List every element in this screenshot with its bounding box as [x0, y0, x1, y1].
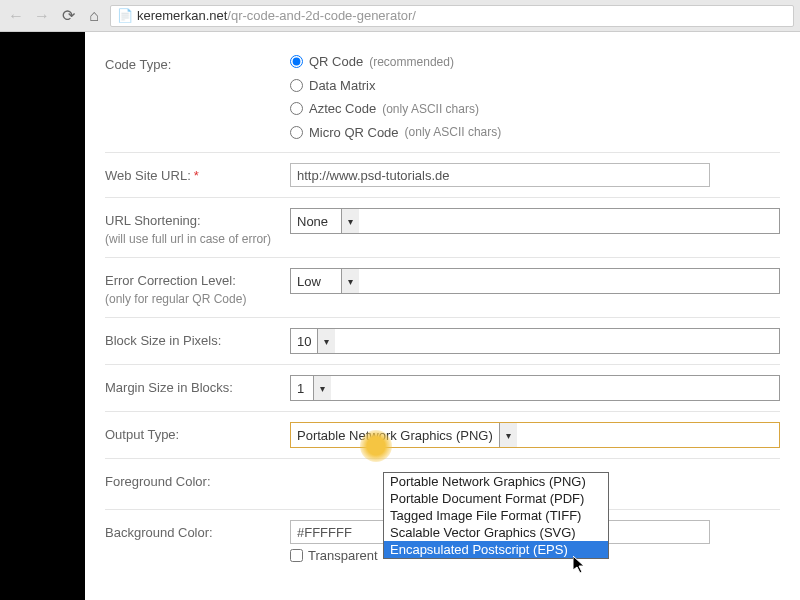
block-size-label: Block Size in Pixels:	[105, 328, 290, 350]
reload-button[interactable]: ⟳	[58, 6, 78, 26]
error-correction-label: Error Correction Level: (only for regula…	[105, 268, 290, 307]
url-path: /qr-code-and-2d-code-generator/	[227, 8, 416, 23]
dropdown-option[interactable]: Portable Document Format (PDF)	[384, 490, 608, 507]
chevron-down-icon: ▾	[341, 269, 359, 293]
home-button[interactable]: ⌂	[84, 6, 104, 26]
chevron-down-icon: ▾	[499, 423, 517, 447]
radio-micro-qr[interactable]: Micro QR Code (only ASCII chars)	[290, 123, 780, 143]
url-shortening-select[interactable]: None ▾	[290, 208, 780, 234]
margin-size-label: Margin Size in Blocks:	[105, 375, 290, 397]
radio-qr-code[interactable]: QR Code (recommended)	[290, 52, 780, 72]
margin-size-select[interactable]: 1 ▾	[290, 375, 780, 401]
error-correction-select[interactable]: Low ▾	[290, 268, 780, 294]
code-type-options: QR Code (recommended) Data Matrix Aztec …	[290, 52, 780, 142]
left-sidebar	[0, 32, 85, 600]
output-type-label: Output Type:	[105, 422, 290, 444]
chevron-down-icon: ▾	[341, 209, 359, 233]
browser-toolbar: ← → ⟳ ⌂ 📄 keremerkan.net/qr-code-and-2d-…	[0, 0, 800, 32]
web-url-label: Web Site URL:*	[105, 163, 290, 185]
url-shortening-label: URL Shortening: (will use full url in ca…	[105, 208, 290, 247]
chevron-down-icon: ▾	[317, 329, 335, 353]
output-type-select[interactable]: Portable Network Graphics (PNG) ▾	[290, 422, 780, 448]
dropdown-option-selected[interactable]: Encapsulated Postscript (EPS)	[384, 541, 608, 558]
web-url-input[interactable]	[290, 163, 710, 187]
output-type-dropdown: Portable Network Graphics (PNG) Portable…	[383, 472, 609, 559]
back-button[interactable]: ←	[6, 6, 26, 26]
code-type-label: Code Type:	[105, 52, 290, 74]
address-bar[interactable]: 📄 keremerkan.net/qr-code-and-2d-code-gen…	[110, 5, 794, 27]
bg-color-label: Background Color:	[105, 520, 290, 542]
dropdown-option[interactable]: Scalable Vector Graphics (SVG)	[384, 524, 608, 541]
radio-data-matrix[interactable]: Data Matrix	[290, 76, 780, 96]
chevron-down-icon: ▾	[313, 376, 331, 400]
dropdown-option[interactable]: Portable Network Graphics (PNG)	[384, 473, 608, 490]
form-area: Code Type: QR Code (recommended) Data Ma…	[85, 32, 800, 600]
url-host: keremerkan.net	[137, 8, 227, 23]
dropdown-option[interactable]: Tagged Image File Format (TIFF)	[384, 507, 608, 524]
fg-color-label: Foreground Color:	[105, 469, 290, 491]
forward-button[interactable]: →	[32, 6, 52, 26]
radio-aztec[interactable]: Aztec Code (only ASCII chars)	[290, 99, 780, 119]
block-size-select[interactable]: 10 ▾	[290, 328, 780, 354]
page-icon: 📄	[117, 8, 133, 23]
